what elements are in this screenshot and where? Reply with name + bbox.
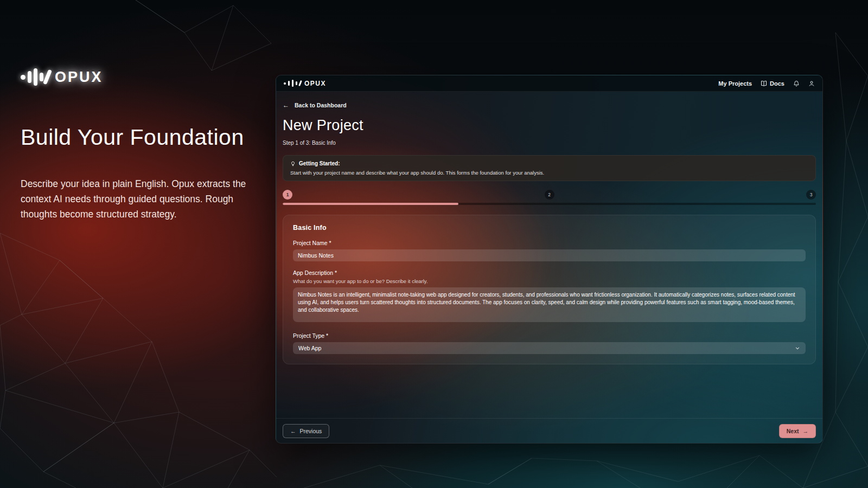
nav-docs-label: Docs [770, 80, 784, 87]
page-title: New Project [283, 117, 816, 134]
account-button[interactable] [808, 80, 815, 87]
card-title: Basic Info [293, 224, 806, 232]
progress-stepper: 1 2 3 [283, 190, 816, 205]
page: { "colors": { "accent": "#de9190", "acce… [0, 0, 868, 488]
hero-title: Build Your Foundation [21, 125, 270, 150]
nav-my-projects[interactable]: My Projects [718, 80, 752, 87]
app-logo-text: OPUX [304, 80, 326, 87]
app-logo[interactable]: OPUX [284, 80, 326, 87]
arrow-left-icon: ← [290, 428, 296, 434]
app-window: OPUX My Projects Docs ← Back to Dashboar… [276, 75, 823, 444]
notifications-button[interactable] [793, 80, 800, 87]
tip-body: Start with your project name and describ… [290, 170, 808, 176]
step-2-dot[interactable]: 2 [545, 190, 554, 200]
book-icon [761, 80, 767, 87]
chevron-down-icon [795, 345, 800, 351]
arrow-left-icon: ← [283, 101, 289, 109]
progress-fill [283, 203, 458, 205]
app-description-textarea[interactable]: Nimbus Notes is an intelligent, minimali… [293, 287, 806, 322]
tip-title: Getting Started: [299, 160, 340, 166]
next-button-label: Next [787, 428, 799, 434]
lightbulb-icon [290, 161, 296, 166]
opux-logo-icon [284, 80, 301, 87]
arrow-right-icon: → [803, 428, 809, 434]
wizard-footer: ← Previous Next → [276, 418, 822, 443]
previous-button[interactable]: ← Previous [283, 424, 329, 438]
opux-logo-text: OPUX [55, 69, 103, 86]
hero-panel: OPUX Build Your Foundation Describe your… [21, 68, 270, 222]
previous-button-label: Previous [300, 428, 322, 434]
step-1-dot[interactable]: 1 [283, 190, 292, 200]
progress-track [283, 203, 816, 205]
tip-title-row: Getting Started: [290, 160, 808, 166]
bell-icon [793, 80, 800, 87]
project-name-input[interactable] [293, 249, 806, 261]
app-description-helper: What do you want your app to do or be? D… [293, 278, 806, 284]
project-type-label: Project Type * [293, 332, 806, 339]
opux-logo-icon [21, 68, 49, 86]
nav-docs[interactable]: Docs [761, 80, 784, 87]
getting-started-tip: Getting Started: Start with your project… [283, 155, 816, 181]
header-nav: My Projects Docs [718, 80, 815, 87]
opux-logo: OPUX [21, 68, 270, 86]
app-content: ← Back to Dashboard New Project Step 1 o… [276, 92, 822, 364]
step-indicator-label: Step 1 of 3: Basic Info [283, 140, 816, 146]
step-circles: 1 2 3 [283, 190, 816, 200]
user-icon [808, 80, 815, 87]
app-header: OPUX My Projects Docs [276, 75, 822, 92]
back-link-label: Back to Dashboard [295, 102, 347, 108]
next-button[interactable]: Next → [779, 424, 816, 438]
basic-info-card: Basic Info Project Name * App Descriptio… [283, 215, 816, 364]
app-description-label: App Description * [293, 269, 806, 276]
nav-my-projects-label: My Projects [718, 80, 752, 87]
hero-description: Describe your idea in plain English. Opu… [21, 176, 270, 222]
project-type-value: Web App [298, 345, 321, 351]
project-name-label: Project Name * [293, 240, 806, 246]
project-type-select[interactable]: Web App [293, 342, 806, 354]
back-to-dashboard-link[interactable]: ← Back to Dashboard [283, 101, 347, 109]
step-3-dot[interactable]: 3 [806, 190, 816, 200]
